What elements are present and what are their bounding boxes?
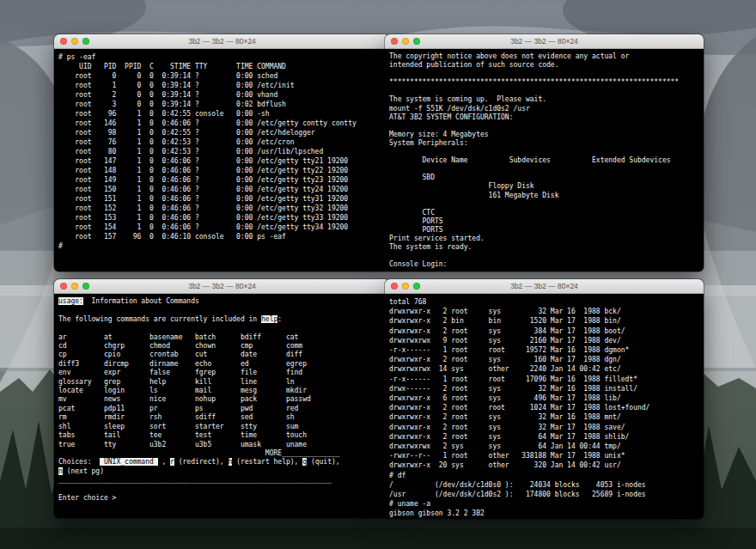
terminal-screen-boot[interactable]: The copyright notice above does not evid… — [385, 49, 704, 271]
window-titlebar[interactable]: 3b2 — 3b2 — 80×24 — [385, 279, 704, 294]
close-button[interactable] — [60, 38, 67, 45]
window-title: 3b2 — 3b2 — 80×24 — [54, 34, 390, 49]
terminal-window-ls: 3b2 — 3b2 — 80×24 total 768 drwxrwxr-x 2… — [385, 279, 704, 519]
terminal-window-ps: 3b2 — 3b2 — 80×24 # ps -eaf UID PID PPID… — [54, 34, 390, 271]
traffic-lights — [391, 38, 420, 45]
zoom-button[interactable] — [413, 283, 420, 290]
minimize-button[interactable] — [402, 38, 409, 45]
window-title: 3b2 — 3b2 — 80×24 — [54, 279, 390, 294]
terminal-screen-help[interactable]: usage: Information about Commands The fo… — [54, 294, 390, 518]
close-button[interactable] — [391, 283, 398, 290]
traffic-lights — [60, 283, 89, 290]
zoom-button[interactable] — [413, 38, 420, 45]
minimize-button[interactable] — [71, 38, 78, 45]
zoom-button[interactable] — [82, 283, 89, 290]
close-button[interactable] — [391, 38, 398, 45]
terminal-window-boot: 3b2 — 3b2 — 80×24 The copyright notice a… — [385, 34, 704, 271]
window-titlebar[interactable]: 3b2 — 3b2 — 80×24 — [54, 34, 390, 49]
minimize-button[interactable] — [402, 283, 409, 290]
window-titlebar[interactable]: 3b2 — 3b2 — 80×24 — [385, 34, 704, 49]
terminal-screen-ps[interactable]: # ps -eaf UID PID PPID C STIME TTY TIME … — [54, 49, 390, 271]
close-button[interactable] — [60, 283, 67, 290]
window-titlebar[interactable]: 3b2 — 3b2 — 80×24 — [54, 279, 390, 294]
traffic-lights — [391, 283, 420, 290]
traffic-lights — [60, 38, 89, 45]
window-title: 3b2 — 3b2 — 80×24 — [385, 34, 704, 49]
terminal-window-help: 3b2 — 3b2 — 80×24 usage: Information abo… — [54, 279, 390, 518]
window-title: 3b2 — 3b2 — 80×24 — [385, 279, 704, 294]
terminal-screen-ls[interactable]: total 768 drwxrwxr-x 2 root sys 32 Mar 1… — [385, 294, 704, 519]
zoom-button[interactable] — [82, 38, 89, 45]
terminal-text: total 768 drwxrwxr-x 2 root sys 32 Mar 1… — [389, 298, 649, 519]
minimize-button[interactable] — [71, 283, 78, 290]
